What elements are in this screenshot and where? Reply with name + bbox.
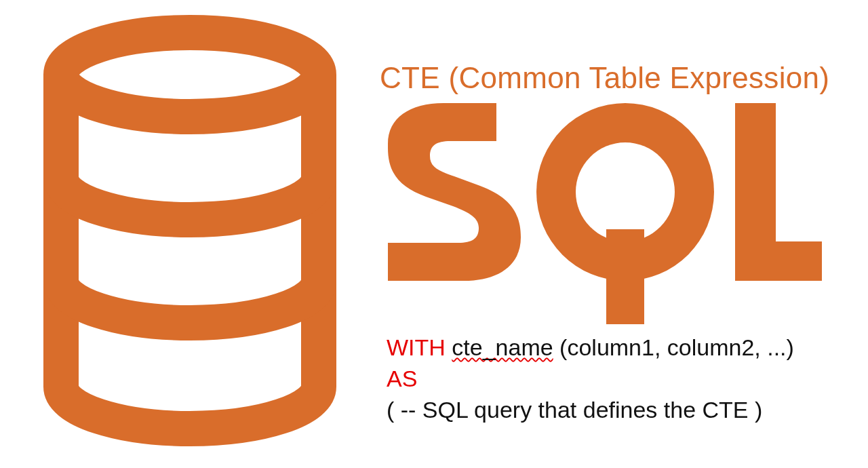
svg-point-4: [576, 142, 675, 241]
code-block: WITH cte_name (column1, column2, ...) AS…: [387, 332, 794, 426]
svg-point-0: [61, 33, 319, 117]
code-line-1: WITH cte_name (column1, column2, ...): [387, 332, 794, 364]
database-icon: [41, 14, 339, 448]
sql-logo: [388, 103, 854, 330]
cte-name-placeholder: cte_name: [452, 334, 553, 360]
right-pane: CTE (Common Table Expression): [380, 61, 854, 330]
keyword-with: WITH: [387, 334, 446, 360]
keyword-as: AS: [387, 366, 417, 391]
slide-canvas: CTE (Common Table Expression): [0, 0, 868, 468]
svg-rect-5: [606, 229, 644, 324]
page-title: CTE (Common Table Expression): [380, 61, 854, 95]
code-body: ( -- SQL query that defines the CTE ): [387, 397, 762, 423]
code-line-2: AS: [387, 364, 794, 395]
code-line-3: ( -- SQL query that defines the CTE ): [387, 395, 794, 426]
columns-text: (column1, column2, ...): [559, 334, 794, 360]
